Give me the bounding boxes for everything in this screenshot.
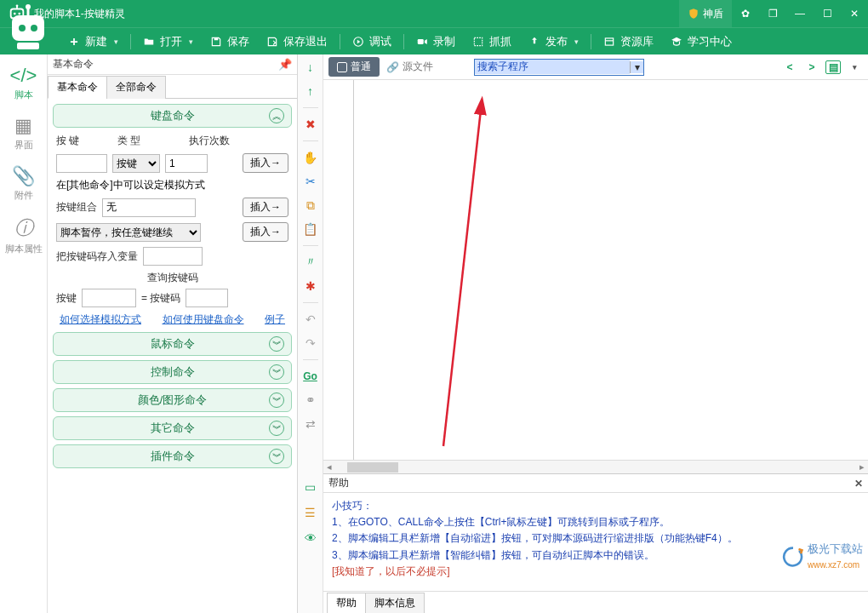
chevron-up-icon: ︽: [269, 108, 284, 123]
rail-props[interactable]: ⓘ脚本属性: [0, 210, 48, 262]
chevron-down-icon: ︾: [269, 364, 284, 380]
help-close-icon[interactable]: ✕: [854, 478, 863, 490]
mode-normal[interactable]: 普通: [328, 57, 380, 77]
help-line-2: 2、脚本编辑工具栏新增【自动缩进】按钮，可对脚本源码进行缩进排版（功能热键F4）…: [332, 530, 859, 547]
times-input[interactable]: [165, 154, 208, 173]
copy-icon[interactable]: ⧉: [301, 196, 320, 215]
rail-script[interactable]: </>脚本: [0, 60, 48, 108]
paste-icon[interactable]: 📋: [301, 220, 320, 238]
combo-input[interactable]: [102, 198, 196, 217]
chevron-down-icon: ︾: [269, 336, 284, 352]
svg-rect-8: [474, 37, 482, 45]
editor-scrollbar[interactable]: ◂▸: [323, 460, 868, 473]
query-title: 查询按键码: [56, 271, 288, 285]
layout-caret[interactable]: ▾: [846, 59, 863, 76]
move-up-icon[interactable]: ↑: [301, 82, 320, 100]
record-button[interactable]: 录制: [408, 28, 464, 54]
uncomment-icon[interactable]: ✱: [301, 277, 320, 295]
debug-button[interactable]: 调试: [344, 28, 400, 54]
section-color[interactable]: 颜色/图形命令︾: [53, 388, 292, 412]
keycode-output[interactable]: [186, 289, 228, 307]
shield-button[interactable]: 神盾: [679, 0, 732, 27]
go-icon[interactable]: Go: [301, 367, 320, 386]
undo-icon[interactable]: ↶: [301, 310, 320, 329]
link-sim-mode[interactable]: 如何选择模拟方式: [60, 312, 141, 327]
nav-next-icon[interactable]: >: [803, 59, 820, 76]
save-button[interactable]: 保存: [202, 28, 258, 54]
help-dismiss[interactable]: [我知道了，以后不必提示]: [332, 564, 859, 580]
nav-prev-icon[interactable]: <: [781, 59, 798, 76]
svg-rect-9: [605, 37, 613, 44]
section-keyboard[interactable]: 键盘命令︽: [53, 104, 292, 128]
hand-icon[interactable]: ✋: [301, 148, 320, 167]
var-input[interactable]: [143, 247, 203, 266]
app-icon-large: [7, 3, 49, 51]
rail-attach[interactable]: 📎附件: [0, 160, 48, 209]
svg-rect-7: [418, 39, 424, 44]
insert-button-2[interactable]: 插入→: [243, 198, 288, 217]
key-input[interactable]: [56, 154, 107, 173]
move-down-icon[interactable]: ↓: [301, 58, 320, 77]
insert-button-3[interactable]: 插入→: [243, 222, 288, 242]
tab-all-cmd[interactable]: 全部命令: [106, 76, 166, 99]
help-eye-icon[interactable]: 👁: [302, 530, 319, 547]
grab-button[interactable]: 抓抓: [464, 28, 520, 54]
editor-canvas[interactable]: [354, 80, 868, 460]
window-title: 我的脚本1-按键精灵: [34, 7, 679, 21]
mode-source[interactable]: 🔗源文件: [386, 60, 433, 74]
help-title: 帮助: [328, 476, 349, 490]
bottom-tab-script-info[interactable]: 脚本信息: [365, 593, 425, 613]
replace-icon[interactable]: ⇄: [301, 415, 320, 433]
svg-rect-11: [12, 15, 44, 41]
find-icon[interactable]: ⚭: [301, 391, 320, 410]
tab-basic-cmd[interactable]: 基本命令: [48, 76, 107, 99]
section-control[interactable]: 控制命令︾: [53, 360, 292, 384]
svg-point-12: [19, 25, 26, 32]
chevron-down-icon: ︾: [269, 449, 284, 464]
close-icon[interactable]: ✕: [841, 0, 868, 27]
resources-button[interactable]: 资源库: [595, 28, 662, 54]
help-line-1: 1、在GOTO、CALL命令上按住【Ctrl+鼠标左键】可跳转到目标或子程序。: [332, 514, 859, 530]
rail-ui[interactable]: ▦界面: [0, 110, 48, 158]
publish-button[interactable]: 发布▾: [520, 28, 587, 54]
shield-label: 神盾: [703, 7, 723, 21]
help-info-icon[interactable]: ☰: [302, 504, 319, 521]
comment-icon[interactable]: 〃: [301, 253, 320, 272]
link-example[interactable]: 例子: [265, 312, 285, 327]
settings-icon[interactable]: ✿: [732, 0, 759, 27]
cut-icon[interactable]: ✂: [301, 172, 320, 191]
cmd-header: 基本命令: [53, 57, 94, 72]
type-select[interactable]: 按键: [112, 154, 160, 173]
editor-gutter: [323, 80, 354, 460]
dropdown-icon[interactable]: ▾: [630, 61, 643, 73]
pause-select[interactable]: 脚本暂停，按任意键继续: [56, 223, 201, 242]
svg-point-13: [31, 25, 37, 32]
search-subroutine[interactable]: 搜索子程序▾: [474, 59, 644, 76]
save-exit-button[interactable]: 保存退出: [258, 28, 336, 54]
section-other[interactable]: 其它命令︾: [53, 416, 292, 440]
chevron-down-icon: ︾: [269, 421, 284, 436]
minimize-icon[interactable]: —: [786, 0, 814, 27]
delete-icon[interactable]: ✖: [301, 115, 320, 134]
section-plugin[interactable]: 插件命令︾: [53, 444, 292, 468]
maximize-icon[interactable]: ☐: [814, 0, 841, 27]
help-tip-header: 小技巧：: [332, 498, 859, 514]
insert-button-1[interactable]: 插入→: [243, 153, 288, 173]
link-icon: 🔗: [386, 61, 399, 73]
open-button[interactable]: 打开▾: [134, 28, 202, 54]
window-restore-icon[interactable]: ❐: [759, 0, 786, 27]
chevron-down-icon: ︾: [269, 392, 284, 408]
section-mouse[interactable]: 鼠标命令︾: [53, 332, 292, 356]
school-button[interactable]: 学习中心: [662, 28, 740, 54]
layout-icon[interactable]: ▤: [825, 60, 841, 74]
pin-icon[interactable]: 📌: [278, 58, 292, 71]
svg-line-17: [443, 102, 482, 446]
new-button[interactable]: 新建▾: [60, 28, 127, 54]
link-kb-cmd[interactable]: 如何使用键盘命令: [163, 312, 244, 327]
help-tab-icon[interactable]: ▭: [302, 478, 319, 496]
key2-input[interactable]: [82, 289, 136, 307]
redo-icon[interactable]: ↷: [301, 334, 320, 352]
svg-rect-5: [214, 37, 219, 40]
help-line-3: 3、脚本编辑工具栏新增【智能纠错】按钮，可自动纠正脚本中的错误。: [332, 547, 859, 564]
bottom-tab-help[interactable]: 帮助: [327, 593, 366, 613]
